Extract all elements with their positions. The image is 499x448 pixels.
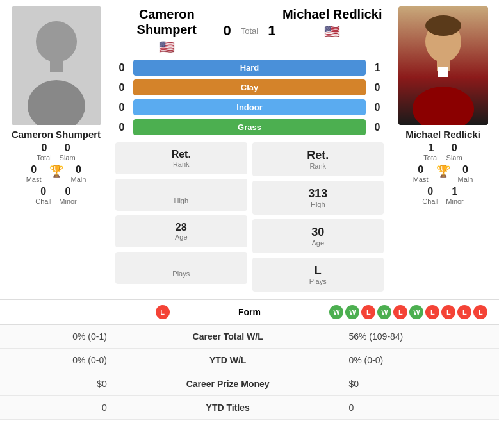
right-stats-row3: 0 Chall 1 Minor [422,186,464,205]
right-center-info: Ret. Rank 313 High 30 Age L Plays [252,141,384,293]
career-stat-row: 0% (0-0) YTD W/L 0% (0-0) [0,349,499,372]
surface-score-left: 0 [115,62,128,74]
surface-score-right: 1 [371,62,384,74]
surface-score-left: 0 [115,102,128,113]
left-rank-value: Ret. [120,149,242,160]
career-center-label: YTD Titles [117,396,339,420]
right-mast-stat: 0 Mast [413,164,429,183]
left-center-info: Ret. Rank High 28 Age Plays [115,141,247,293]
right-stats-row2: 0 Mast 🏆 0 Main [413,164,473,183]
right-age-label: Age [258,239,379,247]
career-right-val: $0 [339,372,499,396]
right-minor-label: Minor [446,197,464,205]
left-minor-value: 0 [65,186,71,197]
right-minor-value: 1 [452,186,458,197]
career-right-val: 0 [339,396,499,420]
right-plays-label: Plays [258,278,379,285]
left-player-photo [12,6,101,125]
surface-row-clay: 0 Clay 0 [115,78,384,97]
right-plays-box: L Plays [252,258,384,292]
surface-score-right: 0 [371,82,384,94]
surface-button-grass: Grass [133,119,366,135]
career-stat-row: 0% (0-1) Career Total W/L 56% (109-84) [0,325,499,349]
left-high-box: High [115,179,247,211]
right-main-stat: 0 Main [458,164,473,183]
left-total-value: 0 [42,142,47,154]
player-header: Cameron Shumpert 0 Total 0 Slam 0 Mast [0,0,499,299]
form-badge-right: L [473,305,487,319]
left-plays-label: Plays [120,270,242,278]
left-main-value: 0 [76,164,81,176]
total-label: Total [241,26,258,36]
left-chall-stat: 0 Chall [35,186,51,205]
career-left-val: $0 [0,372,117,396]
left-player-name: Cameron Shumpert [12,129,101,140]
career-center-label: Career Total W/L [117,325,339,349]
right-player-column: Michael Redlicki 1 Total 0 Slam 0 Mast [387,0,499,205]
svg-rect-3 [50,59,63,72]
surface-button-hard: Hard [133,60,366,76]
left-age-value: 28 [120,222,242,233]
right-high-value: 313 [258,187,379,201]
right-slam-value: 0 [452,142,457,154]
left-mast-value: 0 [31,164,37,176]
left-total-label: Total [37,154,51,162]
left-slam-label: Slam [60,154,76,162]
left-plays-box: Plays [115,252,247,284]
trophy-icon-right: 🏆 [436,164,450,178]
right-main-label: Main [458,176,473,183]
form-right-badges: WWLWLWLLLL [329,305,489,319]
form-badge-right: L [441,305,455,319]
left-chall-label: Chall [35,197,51,205]
left-age-label: Age [120,233,242,241]
right-total-stat: 1 Total [423,142,438,162]
form-badge-right: L [457,305,471,319]
left-rank-box: Ret. Rank [115,142,247,174]
left-chall-value: 0 [40,186,46,197]
right-age-value: 30 [258,226,379,239]
left-age-box: 28 Age [115,215,247,247]
surface-row-indoor: 0 Indoor 0 [115,97,384,117]
right-minor-stat: 1 Minor [446,186,464,205]
left-flag: 🇺🇸 [115,39,218,54]
right-name-heading: Michael Redlicki [281,6,384,22]
right-slam-label: Slam [446,154,462,162]
surface-score-right: 0 [371,102,384,113]
surface-row-grass: 0 Grass 0 [115,117,384,137]
right-total-label: Total [423,154,438,162]
right-age-box: 30 Age [252,219,384,253]
right-player-name: Michael Redlicki [405,129,480,140]
left-slam-stat: 0 Slam [60,142,76,162]
total-score-right: 1 [268,22,275,39]
svg-point-1 [36,21,77,62]
center-info-row: Ret. Rank High 28 Age Plays [115,141,384,293]
form-badge-left: L [156,305,170,319]
right-flag: 🇺🇸 [281,24,384,39]
left-mast-label: Mast [26,176,42,183]
left-slam-value: 0 [65,142,70,154]
form-badge-right: L [361,305,375,319]
form-label: Form [170,307,330,317]
left-name-heading: Cameron Shumpert [115,6,218,37]
left-minor-stat: 0 Minor [59,186,77,205]
right-rank-value: Ret. [258,149,379,162]
left-minor-label: Minor [59,197,77,205]
career-stat-row: $0 Career Prize Money $0 [0,372,499,396]
svg-rect-9 [438,67,448,77]
right-trophy: 🏆 [436,164,450,183]
left-trophy: 🏆 [49,164,63,183]
right-player-photo [398,6,488,125]
main-container: Cameron Shumpert 0 Total 0 Slam 0 Mast [0,0,499,420]
right-total-value: 1 [429,142,434,154]
form-badge-right: W [377,305,391,319]
trophy-icon-left: 🏆 [49,164,63,178]
form-badge-right: L [393,305,407,319]
surface-score-right: 0 [371,122,384,133]
career-right-val: 0% (0-0) [339,349,499,372]
surface-rows: 0 Hard 1 0 Clay 0 0 Indoor 0 0 Grass 0 [115,58,384,137]
career-right-val: 56% (109-84) [339,325,499,349]
right-chall-label: Chall [422,197,438,205]
career-center-label: YTD W/L [117,349,339,372]
career-left-val: 0% (0-1) [0,325,117,349]
surface-row-hard: 0 Hard 1 [115,58,384,78]
